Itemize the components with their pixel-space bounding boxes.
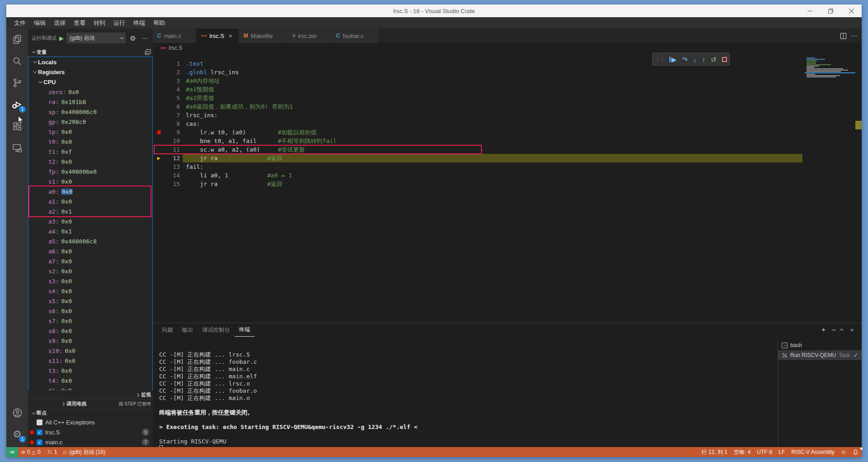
account-icon[interactable]: [6, 402, 28, 424]
register-s7[interactable]: s7:0x0: [28, 316, 152, 326]
breakpoint-item-All C++ Exceptions[interactable]: All C++ Exceptions: [28, 417, 153, 427]
code-line-14[interactable]: 14 li a0, 1 #a0 = 1: [153, 171, 862, 180]
register-a4[interactable]: a4:0x1: [28, 226, 152, 236]
search-icon[interactable]: [6, 50, 28, 72]
register-s11[interactable]: s11:0x0: [28, 356, 152, 366]
start-debug-icon[interactable]: ▶: [59, 35, 64, 42]
code-line-11[interactable]: 11 sc.w a0, a2, (a0) #尝试更新: [153, 145, 862, 154]
step-over-button[interactable]: ↷: [682, 56, 688, 63]
terminal-output[interactable]: CC -[M] 正在构建 ... lrsc.SCC -[M] 正在构建 ... …: [153, 337, 778, 447]
watch-section-header[interactable]: 监视: [28, 390, 153, 399]
language-mode-status[interactable]: RISC-V Assembly: [788, 447, 837, 457]
running-tasks-status[interactable]: 1: [44, 447, 61, 457]
scope-Locals[interactable]: Locals: [28, 57, 152, 67]
terminal-item-Run RISCV-QEMU[interactable]: Run RISCV-QEMUTask✓: [778, 350, 862, 360]
maximize-panel-icon[interactable]: [840, 329, 844, 332]
tab-lrsc.S[interactable]: ASMlrsc.S×: [196, 29, 239, 43]
register-s6[interactable]: s6:0x0: [28, 306, 152, 316]
register-a6[interactable]: a6:0x0: [28, 246, 152, 256]
breakpoint-item-main.c[interactable]: ✓main.c7: [28, 437, 153, 447]
debug-gear-icon[interactable]: ⚙: [128, 33, 137, 43]
menu-item[interactable]: 运行: [109, 18, 129, 29]
split-editor-icon[interactable]: [840, 33, 847, 39]
variables-section-header[interactable]: 变量: [28, 48, 153, 57]
register-s5[interactable]: s5:0x0: [28, 296, 152, 306]
feedback-icon[interactable]: ☺: [838, 447, 849, 457]
terminal-dropdown-icon[interactable]: [832, 327, 836, 331]
breakpoint-gutter[interactable]: [153, 162, 165, 171]
scope-Registers[interactable]: Registers: [28, 67, 152, 77]
code-line-12[interactable]: ▶12 jr ra #返回: [153, 154, 862, 162]
register-tp[interactable]: tp:0x0: [28, 127, 152, 137]
breakpoint-gutter[interactable]: [153, 128, 165, 137]
variables-tree[interactable]: LocalsRegistersCPUzero:0x0ra:0x101b8sp:0…: [28, 57, 153, 390]
code-editor[interactable]: 1.text2.globl lrsc_ins3#a0内存地址4#a1预期值5#a…: [153, 53, 862, 323]
menu-item[interactable]: 编辑: [30, 18, 50, 29]
breakpoint-gutter[interactable]: [153, 137, 165, 145]
register-s3[interactable]: s3:0x0: [28, 276, 152, 286]
line-col-status[interactable]: 行 12, 列 1: [698, 447, 731, 457]
more-actions-icon[interactable]: ⋯: [140, 33, 149, 43]
tab-lrsc.bin[interactable]: ≡lrsc.bin: [288, 29, 331, 43]
code-line-13[interactable]: 13fail:: [153, 162, 862, 171]
register-a2[interactable]: a2:0x1: [28, 206, 152, 216]
remote-explorer-icon[interactable]: [6, 137, 28, 159]
code-line-5[interactable]: 5#a2所需值: [153, 94, 862, 102]
call-stack-section-header[interactable]: 调用堆栈 因 STEP 已暂停: [28, 399, 153, 408]
indentation-status[interactable]: 空格: 4: [731, 447, 754, 457]
code-line-9[interactable]: 9 lr.w t0, (a0) #加载以前的值: [153, 128, 862, 137]
continue-button[interactable]: ▶: [670, 56, 677, 63]
code-line-2[interactable]: 2.globl lrsc_ins: [153, 68, 862, 76]
restart-button[interactable]: ↺: [711, 56, 717, 63]
breakpoints-section-header[interactable]: 断点: [28, 408, 153, 417]
register-t2[interactable]: t2:0x0: [28, 157, 152, 167]
register-fp[interactable]: fp:0x408006e0: [28, 167, 152, 176]
panel-tab-问题[interactable]: 问题: [157, 323, 178, 337]
menu-item[interactable]: 选择: [50, 18, 70, 29]
register-t5[interactable]: t5:0x0: [28, 386, 152, 390]
register-sp[interactable]: sp:0x408006c0: [28, 107, 152, 117]
breakpoint-gutter[interactable]: [153, 68, 165, 76]
explorer-icon[interactable]: [6, 29, 28, 50]
problems-status[interactable]: ⊘0 △0: [18, 447, 44, 457]
register-s1[interactable]: s1:0x0: [28, 176, 152, 186]
breakpoint-gutter[interactable]: [153, 111, 165, 119]
breakpoint-gutter[interactable]: [153, 180, 165, 188]
register-t3[interactable]: t3:0x0: [28, 366, 152, 376]
register-t4[interactable]: t4:0x0: [28, 376, 152, 386]
menu-item[interactable]: 帮助: [149, 18, 169, 29]
register-a0[interactable]: a0:0x0: [28, 186, 152, 196]
debug-session-status[interactable]: ▷ (gdb) 启动 (18): [60, 447, 108, 457]
register-gp[interactable]: gp:0x208c0: [28, 117, 152, 127]
minimap[interactable]: [807, 57, 852, 78]
extensions-icon[interactable]: [6, 115, 28, 137]
register-a3[interactable]: a3:0x0: [28, 216, 152, 226]
step-out-button[interactable]: ↑: [702, 56, 706, 63]
remote-indicator[interactable]: ><: [6, 447, 18, 457]
step-into-button[interactable]: ↓: [693, 56, 697, 63]
tab-foobar.c[interactable]: Cfoobar.c: [331, 29, 378, 43]
code-line-4[interactable]: 4#a1预期值: [153, 85, 862, 94]
run-and-debug-icon[interactable]: 1: [6, 94, 28, 115]
register-a7[interactable]: a7:0x0: [28, 256, 152, 266]
code-line-15[interactable]: 15 jr ra #返回: [153, 180, 862, 188]
register-a1[interactable]: a1:0x0: [28, 196, 152, 206]
panel-tab-调试控制台[interactable]: 调试控制台: [198, 323, 235, 337]
collapse-all-icon[interactable]: [145, 49, 151, 55]
debug-config-dropdown[interactable]: (gdb) 启动: [66, 33, 126, 43]
breakpoint-gutter[interactable]: [153, 76, 165, 85]
code-line-7[interactable]: 7lrsc_ins:: [153, 111, 862, 119]
editor-more-actions-icon[interactable]: ⋯: [851, 33, 857, 39]
close-button[interactable]: [841, 5, 862, 17]
group-cpu[interactable]: CPU: [28, 77, 152, 87]
breakpoint-gutter[interactable]: [153, 59, 165, 68]
register-s9[interactable]: s9:0x0: [28, 336, 152, 346]
toolbar-grip[interactable]: ⋮⋮: [655, 56, 664, 62]
register-zero[interactable]: zero:0x0: [28, 87, 152, 97]
tab-Makefile[interactable]: MMakefile: [239, 29, 288, 43]
minimize-button[interactable]: [799, 5, 820, 17]
register-t1[interactable]: t1:0xf: [28, 147, 152, 157]
checkbox[interactable]: ✓: [37, 439, 42, 445]
close-panel-icon[interactable]: ×: [850, 327, 854, 333]
menu-item[interactable]: 查看: [70, 18, 90, 29]
